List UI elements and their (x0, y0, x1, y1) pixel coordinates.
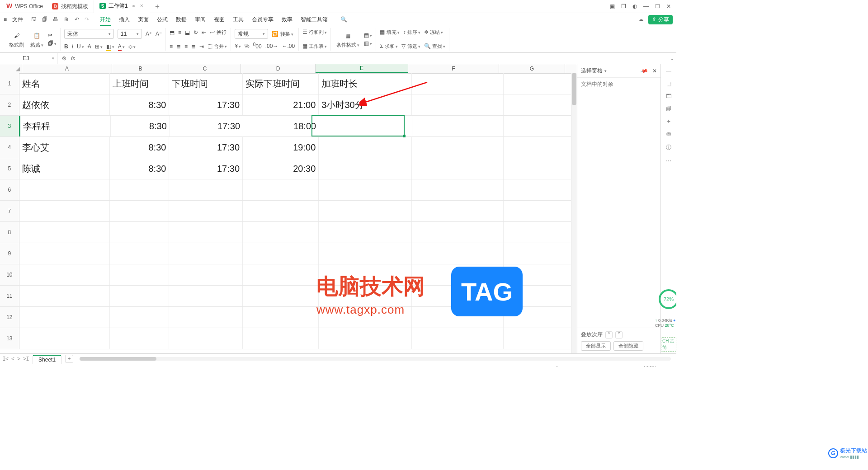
currency-icon[interactable]: ¥▾ (235, 43, 241, 49)
cell[interactable]: 17:30 (169, 94, 243, 115)
cell[interactable] (319, 137, 412, 158)
cell[interactable]: 3小时30分 (319, 94, 412, 115)
cell[interactable] (504, 201, 571, 221)
view-split-icon[interactable]: ⊞ (573, 366, 578, 367)
select-all-corner[interactable]: ◢ (0, 64, 22, 73)
row-header[interactable]: 13 (0, 328, 19, 349)
cell[interactable]: 21:00 (243, 94, 319, 115)
dec-decimal-icon[interactable]: ←.00 (282, 43, 295, 49)
cell[interactable] (19, 222, 110, 243)
cell[interactable]: 陈诚 (19, 158, 110, 179)
cell-style-icon[interactable]: ▥▾ (364, 40, 372, 47)
cell[interactable] (504, 328, 571, 349)
hamburger-icon[interactable]: ≡ (4, 16, 7, 23)
cell[interactable] (412, 116, 504, 136)
cell[interactable] (319, 243, 412, 264)
vertical-scrollbar[interactable] (571, 73, 577, 353)
sheet-tab[interactable]: Sheet1 (33, 355, 61, 364)
col-header-E[interactable]: E (316, 64, 408, 73)
cell[interactable]: 8:30 (111, 116, 170, 136)
cell[interactable] (504, 137, 571, 158)
percent-icon[interactable]: % (245, 43, 250, 49)
cell[interactable]: 8:30 (110, 158, 169, 179)
cell[interactable] (504, 116, 571, 136)
cell[interactable] (243, 328, 319, 349)
search-icon[interactable]: 🔍 (340, 16, 347, 23)
col-header-B[interactable]: B (112, 64, 169, 73)
cell[interactable] (412, 94, 503, 115)
cell[interactable] (504, 243, 571, 264)
cell[interactable] (504, 264, 571, 285)
cell[interactable] (19, 243, 110, 264)
copy-icon[interactable]: 🗐▾ (48, 40, 57, 47)
add-sheet-button[interactable]: + (65, 355, 73, 363)
fx-cancel-icon[interactable]: ⊗ (62, 55, 66, 61)
cell[interactable] (110, 307, 169, 328)
view-reading-icon[interactable]: ▭ (582, 366, 587, 367)
tab-templates[interactable]: D 找稻壳模板 (47, 0, 94, 13)
tab-insert[interactable]: 插入 (119, 16, 130, 24)
number-format-select[interactable]: 常规▾ (235, 29, 268, 39)
cell-active[interactable] (319, 116, 412, 136)
cell[interactable] (19, 328, 110, 349)
cell[interactable] (169, 243, 243, 264)
cell[interactable] (319, 328, 412, 349)
reading-mode-icon[interactable]: ▣ (610, 3, 615, 9)
next-sheet-icon[interactable]: > (17, 356, 20, 362)
cell[interactable] (504, 286, 571, 306)
print-preview-icon[interactable]: 🗎 (64, 16, 69, 23)
undo-icon[interactable]: ↶ (75, 16, 79, 23)
border-icon[interactable]: ⊞▾ (95, 43, 103, 50)
new-tab-button[interactable]: ＋ (149, 2, 165, 11)
cell[interactable]: 8:30 (110, 137, 169, 158)
tab-page[interactable]: 页面 (138, 16, 149, 24)
row-header[interactable]: 2 (0, 94, 19, 115)
cell[interactable] (110, 328, 169, 349)
format-painter-button[interactable]: 🖌 格式刷 (7, 31, 26, 48)
wrap-button[interactable]: ⮐ 换行 (210, 29, 226, 36)
help-icon[interactable]: ⓘ (666, 144, 671, 151)
cell[interactable] (504, 307, 571, 328)
cell[interactable] (319, 201, 412, 221)
cell[interactable]: 赵依依 (19, 94, 110, 115)
cell[interactable] (243, 307, 319, 328)
cell[interactable] (319, 222, 412, 243)
bold-icon[interactable]: B (64, 43, 68, 50)
ime-indicator[interactable]: CH 乙简 (661, 337, 676, 352)
cell[interactable]: 李程程 (20, 116, 111, 136)
cell[interactable]: 17:30 (169, 158, 243, 179)
cell[interactable] (412, 201, 503, 221)
name-box[interactable]: E3 ▾ (0, 53, 57, 64)
cell[interactable]: 19:00 (243, 137, 319, 158)
record-macro-icon[interactable]: ▭ (4, 366, 9, 367)
cell[interactable] (243, 201, 319, 221)
show-all-button[interactable]: 全部显示 (581, 341, 611, 351)
cell[interactable]: 20:30 (243, 158, 319, 179)
cell[interactable] (504, 73, 571, 94)
find-button[interactable]: 🔍 查找▾ (424, 43, 445, 50)
tab-member[interactable]: 会员专享 (252, 16, 274, 24)
increase-font-icon[interactable]: A⁺ (146, 31, 152, 37)
col-header-F[interactable]: F (408, 64, 499, 73)
share-button[interactable]: ⇪ 分享 (648, 15, 673, 24)
tab-review[interactable]: 审阅 (195, 16, 206, 24)
row-header[interactable]: 12 (0, 307, 19, 328)
row-header[interactable]: 3 (0, 116, 20, 136)
cell[interactable] (19, 179, 110, 200)
fullscreen-icon[interactable]: ⤢ (668, 366, 673, 367)
row-header[interactable]: 11 (0, 286, 19, 306)
align-top-icon[interactable]: ⬒ (170, 29, 175, 36)
cell[interactable] (319, 286, 412, 306)
scroll-thumb[interactable] (572, 73, 576, 105)
italic-icon[interactable]: I (72, 43, 73, 50)
scroll-thumb[interactable] (80, 357, 156, 361)
tab-efficiency[interactable]: 效率 (282, 16, 292, 24)
cell[interactable] (412, 243, 503, 264)
cell[interactable] (110, 264, 169, 285)
horizontal-scrollbar[interactable] (80, 357, 671, 361)
cell[interactable] (169, 264, 243, 285)
row-header[interactable]: 4 (0, 137, 19, 158)
cell[interactable]: 17:30 (170, 116, 243, 136)
cell[interactable] (504, 222, 571, 243)
indent-dec-icon[interactable]: ⇤ (202, 29, 206, 36)
